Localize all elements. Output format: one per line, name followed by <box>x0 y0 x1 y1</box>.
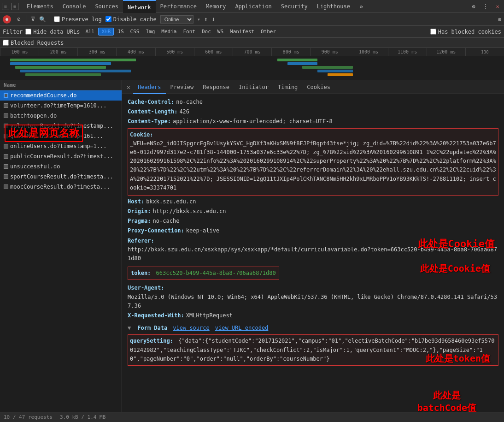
filter-icon[interactable]: ⊽ <box>31 16 35 23</box>
filter-xhr[interactable]: XHR <box>98 28 114 36</box>
tick-500ms: 500 ms <box>155 48 194 56</box>
main-tabs: Elements Console Sources Network Perform… <box>22 0 368 13</box>
filter-other[interactable]: Other <box>258 28 279 35</box>
view-url-encoded-link[interactable]: view URL encoded <box>215 324 269 333</box>
tick-700ms: 700 ms <box>233 48 271 56</box>
list-item-9[interactable]: moocCourseResult.do?timesta... <box>0 182 122 192</box>
more-options-icon[interactable]: ⋮ <box>481 2 490 11</box>
clear-button[interactable]: ⊘ <box>15 15 23 24</box>
tab-memory[interactable]: Memory <box>201 0 230 13</box>
filter-manifest[interactable]: Manifest <box>227 28 257 35</box>
upload-icon[interactable]: ⬆ <box>204 16 208 23</box>
tab-initiator[interactable]: Initiator <box>234 80 273 94</box>
tab-performance[interactable]: Performance <box>156 0 201 13</box>
timeline-ruler: 100 ms 200 ms 300 ms 400 ms 500 ms 600 m… <box>0 48 504 56</box>
headers-content[interactable]: Cache-Control: no-cache Content-Length: … <box>122 94 504 412</box>
search-icon[interactable]: 🔍 <box>39 16 46 23</box>
host-header: Host: bkxk.szu.edu.cn <box>128 197 498 206</box>
tick-600ms: 600 ms <box>194 48 233 56</box>
blocked-requests-checkbox[interactable]: Blocked Requests <box>3 40 64 46</box>
tab-application[interactable]: Application <box>230 0 276 13</box>
requests-count: 10 / 47 requests <box>4 414 53 420</box>
request-list: recommendedCourse.do volunteer.do?timeTe… <box>0 90 122 412</box>
list-item-4[interactable]: guideMap.do?timestamp=161... <box>0 131 122 141</box>
record-button[interactable]: ● <box>3 15 11 24</box>
content-type-header: Content-Type: application/x-www-form-url… <box>128 117 498 126</box>
settings-icon[interactable]: ⚙ <box>469 2 478 11</box>
tab-lighthouse[interactable]: Lighthouse <box>312 0 355 13</box>
list-item-2[interactable]: batchtoopen.do <box>0 111 122 121</box>
close-devtools-icon[interactable]: ✕ <box>493 2 502 11</box>
filter-media[interactable]: Media <box>158 28 179 35</box>
request-list-panel: Name 此处是网页名称 recommendedCourse.do volunt… <box>0 80 122 412</box>
detail-tabs-bar: ✕ Headers Preview Response Initiator Tim… <box>122 80 504 94</box>
list-item-5[interactable]: onlineUsers.do?timestamp=1... <box>0 141 122 151</box>
tick-200ms: 200 ms <box>39 48 77 56</box>
tab-preview[interactable]: Preview <box>166 80 199 94</box>
waterfall <box>0 56 504 80</box>
filter-ws[interactable]: WS <box>215 28 226 35</box>
transfer-size: 3.0 kB / 1.4 MB <box>60 414 105 420</box>
tab-network[interactable]: Network <box>123 0 156 13</box>
filter-font[interactable]: Font <box>180 28 198 35</box>
devtools-toolbar: ⊡ ⊞ Elements Console Sources Network Per… <box>0 0 504 13</box>
devtools-icon-1: ⊡ <box>2 3 9 10</box>
tab-cookies[interactable]: Cookies <box>302 80 335 94</box>
list-item-3[interactable]: volunteerResult.do?timestamp... <box>0 121 122 131</box>
tab-more[interactable]: » <box>355 0 368 13</box>
tick-800ms: 800 ms <box>271 48 310 56</box>
tab-sources[interactable]: Sources <box>90 0 123 13</box>
token-row: token: 663cc520-b499-445a-8ba8-706aa6871… <box>128 265 498 282</box>
blocked-requests-bar: Blocked Requests <box>0 38 504 48</box>
network-controls: ● ⊘ ⊽ 🔍 Preserve log Disable cache Onlin… <box>0 13 504 26</box>
tab-elements[interactable]: Elements <box>22 0 58 13</box>
list-item-7[interactable]: unsuccessful.do <box>0 161 122 172</box>
pragma-header: Pragma: no-cache <box>128 217 498 226</box>
filter-js[interactable]: JS <box>115 28 126 35</box>
main-content: Name 此处是网页名称 recommendedCourse.do volunt… <box>0 80 504 412</box>
preserve-log-checkbox[interactable]: Preserve log <box>54 16 102 23</box>
tab-security[interactable]: Security <box>276 0 312 13</box>
hide-data-urls-checkbox[interactable]: Hide data URLs <box>25 29 80 35</box>
tick-1200ms: 1200 ms <box>427 48 465 56</box>
proxy-connection-header: Proxy-Connection: keep-alive <box>128 226 498 235</box>
throttle-select[interactable]: Online Slow 3G Fast 3G Offline <box>160 15 193 24</box>
close-detail-button[interactable]: ✕ <box>124 83 133 92</box>
origin-header: Origin: http://bkxk.szu.edu.cn <box>128 207 498 216</box>
list-item-0[interactable]: recommendedCourse.do <box>0 90 122 101</box>
filter-type-buttons: All XHR JS CSS Img Media Font Doc WS Man… <box>83 28 279 36</box>
tick-100ms: 100 ms <box>0 48 39 56</box>
form-data-section: ▼ Form Data view source view URL encoded… <box>128 324 498 366</box>
tick-400ms: 400 ms <box>116 48 155 56</box>
list-item-1[interactable]: volunteer.do?timeTemp=1610... <box>0 101 122 111</box>
has-blocked-cookies-checkbox[interactable]: Has blocked cookies <box>430 29 501 35</box>
disable-cache-checkbox[interactable]: Disable cache <box>105 16 157 23</box>
detail-panel: ✕ Headers Preview Response Initiator Tim… <box>122 80 504 412</box>
tick-1100ms: 1100 ms <box>388 48 427 56</box>
list-item-6[interactable]: publicCourseResult.do?timest... <box>0 151 122 161</box>
tab-timing[interactable]: Timing <box>273 80 302 94</box>
throttle-arrow: ▾ <box>197 16 200 23</box>
view-source-link[interactable]: view source <box>173 324 209 333</box>
tab-headers[interactable]: Headers <box>133 80 166 94</box>
tab-console[interactable]: Console <box>58 0 91 13</box>
query-setting-box: querySetting: {"data":{"studentCode":"20… <box>128 334 498 366</box>
user-agent-header: User-Agent: Mozilla/5.0 (Windows NT 10.0… <box>128 284 498 310</box>
tick-1000ms: 1000 ms <box>349 48 387 56</box>
cache-control-header: Cache-Control: no-cache <box>128 98 498 107</box>
separator-1 <box>27 15 27 24</box>
filter-all[interactable]: All <box>83 28 98 35</box>
devtools-icon-2: ⊞ <box>11 3 18 10</box>
download-icon[interactable]: ⬇ <box>211 16 215 23</box>
x-requested-with-header: X-Requested-With: XMLHttpRequest <box>128 311 498 320</box>
network-settings-icon[interactable]: ⚙ <box>498 16 501 23</box>
tick-1300ms: 130 <box>465 48 504 56</box>
separator-2 <box>50 15 50 24</box>
filter-css[interactable]: CSS <box>128 28 142 35</box>
status-bar: 10 / 47 requests 3.0 kB / 1.4 MB <box>0 412 504 422</box>
filter-img[interactable]: Img <box>143 28 158 35</box>
tab-response[interactable]: Response <box>198 80 234 94</box>
timeline-area: 100 ms 200 ms 300 ms 400 ms 500 ms 600 m… <box>0 48 504 80</box>
filter-doc[interactable]: Doc <box>199 28 214 35</box>
list-item-8[interactable]: sportCourseResult.do?timesta... <box>0 172 122 182</box>
